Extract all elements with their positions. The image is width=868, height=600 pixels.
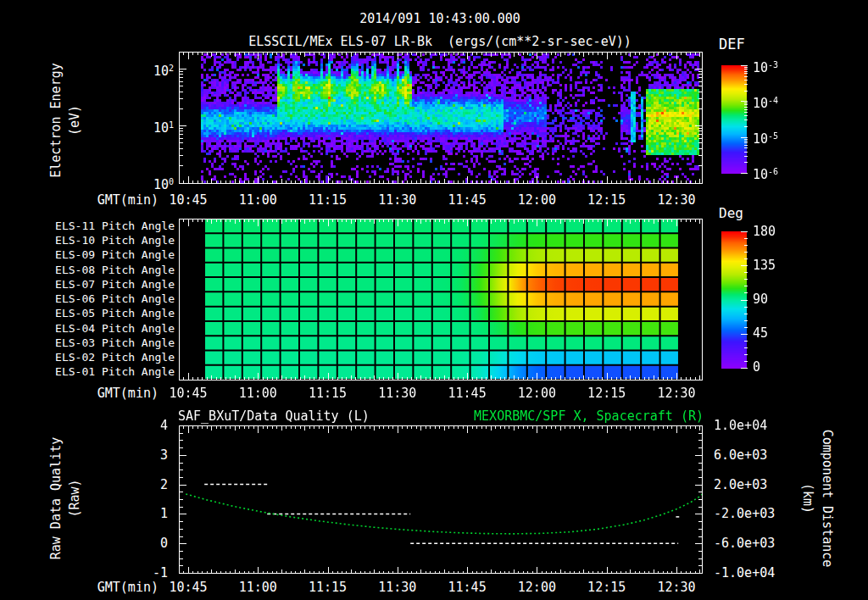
- x-tick-label: 11:15: [298, 385, 358, 402]
- deg-colorbar: [720, 230, 757, 370]
- spectrogram-y-axis-units: (eV): [67, 105, 82, 136]
- x-tick-label: 11:30: [368, 579, 427, 596]
- y-tick-label-left: 2: [127, 476, 168, 493]
- x-tick-label: 11:15: [298, 579, 358, 596]
- y-tick-label: 102: [135, 60, 174, 80]
- colorbar-tick-label: 90: [753, 291, 812, 308]
- y-tick-label: 100: [135, 174, 174, 193]
- y-tick-label-left: 0: [127, 535, 168, 552]
- row-label: ELS-06 Pitch Angle: [32, 292, 175, 306]
- x-tick-label: 11:00: [228, 385, 287, 402]
- line-plot-y-left-label: Raw Data Quality: [48, 437, 64, 560]
- row-label: ELS-03 Pitch Angle: [32, 336, 175, 350]
- x-tick-label: 11:15: [298, 192, 358, 208]
- row-label: ELS-10 Pitch Angle: [32, 233, 175, 247]
- line-plot-y-right-label: Component Distance: [820, 430, 835, 568]
- x-tick-label: 12:15: [577, 385, 637, 402]
- y-tick-label-left: 4: [127, 417, 168, 434]
- row-label: ELS-08 Pitch Angle: [32, 263, 175, 277]
- y-tick-label-left: 1: [127, 505, 168, 522]
- colorbar-tick-label: 45: [753, 325, 812, 342]
- line-plot-title-left: SAF_BXuT/Data Quality (L): [178, 408, 370, 425]
- y-tick-label-right: -2.0e+03: [714, 505, 792, 522]
- x-tick-label: 11:45: [437, 579, 497, 596]
- x-tick-label: 11:00: [228, 579, 287, 596]
- line-plot: [179, 424, 704, 575]
- x-tick-label: 12:15: [577, 579, 637, 596]
- y-tick-label-left: -1: [127, 564, 168, 581]
- row-label: ELS-05 Pitch Angle: [32, 306, 175, 320]
- spectrogram-plot: [179, 52, 704, 186]
- x-tick-label: 12:00: [507, 579, 566, 596]
- row-label: ELS-11 Pitch Angle: [32, 219, 175, 233]
- line-plot-y-left-units: (Raw): [67, 479, 82, 517]
- def-colorbar-title: DEF: [719, 36, 745, 53]
- x-tick-label: 10:45: [159, 385, 218, 402]
- x-tick-label: 12:00: [507, 192, 566, 208]
- x-tick-label: 11:45: [437, 192, 497, 208]
- y-tick-label: 101: [135, 117, 174, 136]
- gmt-axis-label: GMT(min): [80, 192, 159, 208]
- deg-colorbar-title: Deg: [719, 205, 743, 221]
- plot-timestamp: 2014/091 10:43:00.000: [12, 10, 868, 27]
- x-tick-label: 12:00: [507, 385, 566, 402]
- line-plot-y-right-units: (km): [800, 483, 815, 514]
- gmt-axis-label: GMT(min): [80, 579, 159, 596]
- y-tick-label-right: 2.0e+03: [714, 476, 792, 493]
- x-tick-label: 12:15: [577, 192, 637, 208]
- x-tick-label: 12:30: [647, 192, 706, 208]
- x-tick-label: 12:30: [647, 385, 706, 402]
- row-label: ELS-07 Pitch Angle: [32, 277, 175, 292]
- colorbar-tick-label: 180: [753, 223, 812, 240]
- y-tick-label-right: -1.0e+04: [714, 564, 792, 581]
- spectrogram-y-axis-label: Electron Energy: [48, 63, 64, 177]
- x-tick-label: 10:45: [159, 579, 218, 596]
- def-colorbar: [720, 64, 757, 175]
- y-tick-label-left: 3: [127, 447, 168, 464]
- x-tick-label: 11:30: [368, 192, 427, 208]
- x-tick-label: 11:45: [437, 385, 497, 402]
- colorbar-tick-label: 135: [753, 257, 812, 274]
- y-tick-label-right: 1.0e+04: [714, 417, 792, 434]
- colorbar-tick-label: 10-3: [753, 57, 812, 76]
- colorbar-tick-label: 10-4: [753, 92, 812, 112]
- row-label: ELS-02 Pitch Angle: [32, 350, 175, 364]
- row-label: ELS-01 Pitch Angle: [32, 364, 175, 379]
- y-tick-label-right: -6.0e+03: [714, 535, 792, 552]
- row-label: ELS-09 Pitch Angle: [32, 247, 175, 262]
- x-tick-label: 11:30: [368, 385, 427, 402]
- plot-viewer: { "header": { "timestamp": "2014/091 10:…: [0, 0, 868, 600]
- row-label: ELS-04 Pitch Angle: [32, 321, 175, 336]
- colorbar-tick-label: 0: [753, 358, 812, 375]
- line-plot-title-right: MEXORBMC/SPF X, Spacecraft (R): [449, 408, 704, 425]
- x-tick-label: 12:30: [647, 579, 706, 596]
- x-tick-label: 10:45: [159, 192, 218, 208]
- colorbar-tick-label: 10-6: [753, 164, 812, 183]
- y-tick-label-right: 6.0e+03: [714, 447, 792, 464]
- pitch-angle-plot: [179, 217, 704, 383]
- x-tick-label: 11:00: [228, 192, 287, 208]
- colorbar-tick-label: 10-5: [753, 128, 812, 147]
- gmt-axis-label: GMT(min): [80, 385, 159, 402]
